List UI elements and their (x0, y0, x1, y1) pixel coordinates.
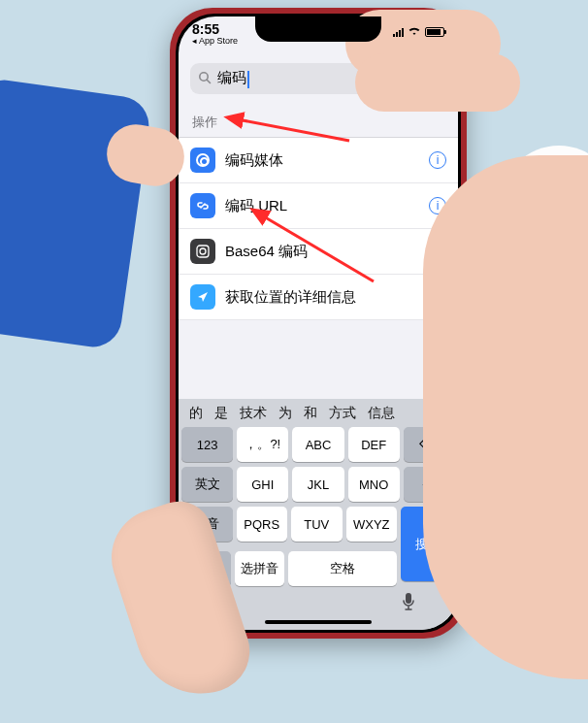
key-wxyz[interactable]: WXYZ (346, 507, 398, 542)
key-english[interactable]: 英文 (181, 467, 233, 502)
key-pqrs[interactable]: PQRS (237, 507, 288, 542)
key-tuv[interactable]: TUV (291, 507, 343, 542)
item-label: Base64 编码 (225, 243, 419, 261)
item-label: 编码 URL (225, 197, 419, 215)
key-punct[interactable]: ，。?! (237, 427, 288, 462)
list-item[interactable]: 获取位置的详细信息 i (179, 275, 458, 320)
key-abc[interactable]: ABC (292, 427, 343, 462)
item-label: 获取位置的详细信息 (225, 288, 419, 307)
key-def[interactable]: DEF (348, 427, 400, 462)
search-icon (198, 71, 212, 87)
list-item[interactable]: 编码媒体 i (179, 138, 458, 183)
svg-line-1 (207, 80, 210, 82)
wifi-icon (408, 26, 421, 38)
home-indicator[interactable] (265, 620, 372, 624)
mic-icon[interactable] (401, 592, 416, 616)
info-icon[interactable]: i (429, 151, 446, 169)
key-space[interactable]: 空格 (288, 551, 397, 586)
item-label: 编码媒体 (225, 151, 419, 170)
link-icon (190, 193, 215, 218)
battery-icon (425, 27, 444, 37)
key-select[interactable]: 选拼音 (235, 551, 284, 586)
notch (255, 16, 381, 42)
back-to-app[interactable]: App Store (192, 37, 238, 46)
clock: 8:55 (192, 22, 238, 37)
key-ghi[interactable]: GHI (237, 467, 288, 502)
svg-rect-2 (197, 246, 209, 257)
location-icon (190, 284, 215, 310)
results-list: 编码媒体 i 编码 URL i Base64 编码 i (179, 137, 458, 320)
base64-icon (190, 239, 215, 264)
svg-rect-4 (406, 593, 411, 604)
key-123[interactable]: 123 (181, 427, 233, 462)
cellular-icon (393, 28, 404, 37)
list-item[interactable]: Base64 编码 i (179, 229, 458, 275)
svg-point-3 (200, 248, 206, 254)
list-item[interactable]: 编码 URL i (179, 183, 458, 229)
candidate-bar[interactable]: 的是 技术为 和方式 信息 ⌄ (181, 403, 455, 427)
key-mno[interactable]: MNO (348, 467, 400, 502)
media-icon (190, 148, 215, 173)
key-jkl[interactable]: JKL (292, 467, 343, 502)
